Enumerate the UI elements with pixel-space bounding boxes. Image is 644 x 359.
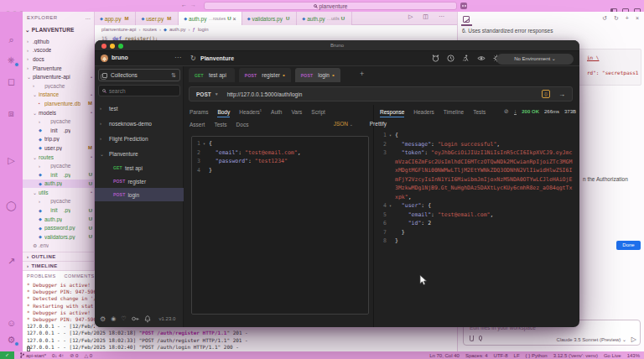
key-icon[interactable]: [132, 315, 139, 322]
explorer-item[interactable]: › __pycache__: [23, 197, 95, 206]
send-request-icon[interactable]: →: [558, 91, 565, 98]
explorer-item[interactable]: › Planventure: [23, 64, 95, 73]
clear-response-icon[interactable]: ⊘: [504, 108, 509, 115]
collection-tree-item[interactable]: POST login: [95, 188, 184, 201]
sync-status[interactable]: 0↓ 4↑: [52, 353, 64, 358]
breadcrumb-item[interactable]: ›: [138, 27, 140, 32]
attach-icon[interactable]: [470, 336, 474, 341]
code-generate-icon[interactable]: {}: [542, 90, 550, 98]
explorer-item[interactable]: ◆ auth.py U: [23, 215, 95, 224]
pane-tab[interactable]: Auth: [271, 108, 282, 117]
collection-tree-item[interactable]: › Flight Prediction: [95, 131, 184, 146]
explorer-item[interactable]: ⌄ instance •: [23, 91, 95, 100]
explorer-item[interactable]: › docs: [23, 55, 95, 64]
explorer-item[interactable]: ◆ user.py M: [23, 143, 95, 153]
outline-section[interactable]: ›OUTLINE: [23, 252, 95, 261]
run-debug-icon[interactable]: ▷: [5, 154, 18, 167]
new-chat-icon[interactable]: +: [626, 15, 629, 22]
mic-icon[interactable]: [479, 336, 482, 341]
close-icon[interactable]: ×: [636, 15, 639, 22]
request-tab[interactable]: GET test api: [189, 68, 235, 82]
settings-gear-icon[interactable]: ⚙: [5, 334, 18, 346]
close-tab-icon[interactable]: ×: [233, 16, 236, 22]
collection-tree-item[interactable]: GET test api: [95, 161, 184, 174]
editor-actions[interactable]: ▷ ◫ ⋯: [408, 13, 449, 20]
breadcrumb-item[interactable]: auth.py: [169, 27, 186, 32]
request-tab[interactable]: POST login •: [295, 68, 340, 82]
chat-icon[interactable]: ◻: [5, 75, 18, 88]
editor-tab[interactable]: ◆ app.py M: [95, 12, 136, 25]
pane-tab[interactable]: Headers1: [239, 108, 262, 117]
breadcrumb-item[interactable]: planventure-api: [101, 27, 136, 32]
pane-tab[interactable]: Params: [190, 108, 208, 117]
workspace-root[interactable]: ⌄ PLANVENTURE: [25, 27, 75, 34]
runner-icon[interactable]: [462, 55, 470, 62]
history-nav-icons[interactable]: ←→: [181, 2, 200, 8]
request-tab[interactable]: POST register •: [239, 68, 291, 82]
explorer-item[interactable]: › __pycache__: [23, 161, 95, 170]
done-button[interactable]: Done: [616, 241, 641, 250]
minimize-window-icon[interactable]: [110, 44, 115, 49]
explorer-item[interactable]: ◆ validators.py U: [23, 232, 95, 242]
environment-selector[interactable]: No Environment ⌄: [496, 54, 574, 65]
github-icon[interactable]: [432, 55, 439, 62]
explorer-item[interactable]: ⚙ .env: [23, 242, 95, 251]
git-branch[interactable]: api-start*: [20, 352, 46, 358]
method-selector[interactable]: POST: [196, 91, 211, 97]
source-control-icon[interactable]: ⎈: [5, 54, 18, 66]
timeline-section[interactable]: ›TIMELINE: [23, 261, 95, 270]
request-body-editor[interactable]: 1▾{2 "email": "test@email.com",3 "passwo…: [191, 136, 369, 315]
url-input[interactable]: http://127.0.0.1:5000/auth/login: [227, 91, 303, 97]
explorer-item[interactable]: ◆ __init__.py U: [23, 170, 95, 180]
download-response-icon[interactable]: ↓: [514, 109, 517, 115]
clock-icon[interactable]: [447, 55, 454, 62]
status-item[interactable]: UTF-8: [494, 353, 508, 358]
collection-tree-item[interactable]: › noseknows-demo: [95, 116, 184, 131]
collection-tree-item[interactable]: › test: [95, 101, 184, 116]
status-item[interactable]: LF: [514, 353, 520, 358]
status-item[interactable]: 3.12.5 ('venv': venv): [553, 353, 598, 358]
explorer-item[interactable]: ◆ auth.py U: [23, 180, 95, 189]
explorer-item[interactable]: ⌄ planventure-api •: [23, 72, 95, 81]
command-center-search[interactable]: planventure: [204, 2, 457, 10]
url-bar[interactable]: POST ▼ http://127.0.0.1:5000/auth/login …: [189, 86, 573, 101]
status-item[interactable]: Spaces: 4: [465, 353, 488, 358]
response-body[interactable]: 1▾{2 "message": "Login successful",3 "to…: [378, 131, 574, 246]
cookie-icon[interactable]: ◉: [111, 315, 116, 322]
explorer-item[interactable]: ◆ __init__.py U: [23, 206, 95, 215]
eye-icon[interactable]: [477, 55, 486, 62]
breadcrumb-item[interactable]: ›: [189, 27, 190, 32]
collection-tree-item[interactable]: POST register: [95, 174, 184, 188]
status-item[interactable]: { } Python: [526, 353, 548, 358]
account-icon[interactable]: ☺: [5, 317, 18, 330]
explorer-item[interactable]: › .vscode: [23, 46, 95, 55]
bruno-titlebar[interactable]: Bruno: [95, 40, 579, 51]
collections-header[interactable]: Collections ⇅: [98, 69, 180, 81]
support-heart-icon[interactable]: ♡: [121, 315, 126, 322]
new-request-tab-icon[interactable]: +: [360, 70, 364, 78]
send-icon[interactable]: ▷: [631, 336, 636, 343]
collection-search[interactable]: search: [98, 85, 180, 96]
explorer-item[interactable]: ◆ __init__.py: [23, 126, 95, 135]
remote-indicator[interactable]: ✓: [0, 351, 14, 359]
chat-edits-icon[interactable]: [463, 16, 470, 23]
copilot-icon[interactable]: [460, 3, 467, 9]
breadcrumb-item[interactable]: ◆: [164, 27, 167, 32]
sort-icon[interactable]: ⇅: [171, 72, 176, 79]
brand-menu-icon[interactable]: ⋯: [174, 54, 181, 61]
tab-problems[interactable]: PROBLEMS: [27, 273, 56, 278]
pane-tab[interactable]: Timeline: [444, 108, 464, 117]
error-count[interactable]: ⊘ 0: [70, 352, 78, 358]
status-item[interactable]: Go Live: [604, 353, 621, 358]
status-item[interactable]: 143%: [627, 353, 640, 358]
explorer-item[interactable]: ⌄ routes •: [23, 153, 95, 162]
redo-icon[interactable]: ↻: [614, 15, 619, 22]
model-picker[interactable]: Claude 3.5 Sonnet (Preview) ⌄: [557, 336, 626, 342]
explorer-item[interactable]: ▪ planventure.db M: [23, 99, 95, 108]
zoom-window-icon[interactable]: [118, 44, 123, 49]
breadcrumb-item[interactable]: login: [198, 27, 209, 32]
pane-tab[interactable]: Docs: [236, 121, 249, 129]
chevron-down-icon[interactable]: ▼: [215, 91, 219, 96]
preferences-gear-icon[interactable]: ⚙: [100, 315, 106, 323]
pane-tab[interactable]: Vars: [291, 108, 302, 117]
